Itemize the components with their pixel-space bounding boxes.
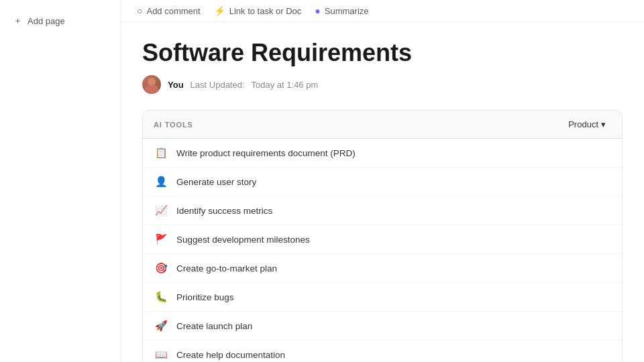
last-updated-prefix: Last Updated: xyxy=(191,80,245,90)
page-content: Software Requirements You Last Updated: … xyxy=(121,22,644,362)
link-to-task-label: Link to task or Doc xyxy=(229,6,302,16)
link-icon: ⚡ xyxy=(214,5,225,16)
tool-icon: 👤 xyxy=(154,174,168,189)
tool-icon: 🎯 xyxy=(154,261,168,276)
chevron-down-icon: ▾ xyxy=(601,119,606,129)
tool-label: Write product requirements document (PRD… xyxy=(176,148,356,158)
comment-icon: ○ xyxy=(137,5,142,16)
ai-tool-item[interactable]: 🚀Create launch plan xyxy=(143,312,622,341)
ai-tools-panel: AI TOOLS Product ▾ 📋Write product requir… xyxy=(142,110,623,362)
tool-label: Create launch plan xyxy=(176,321,252,331)
add-page-icon: ＋ xyxy=(13,15,22,27)
tool-label: Create help documentation xyxy=(176,350,285,360)
summarize-button[interactable]: ● Summarize xyxy=(315,5,368,16)
add-comment-button[interactable]: ○ Add comment xyxy=(137,5,201,16)
main-content: ○ Add comment ⚡ Link to task or Doc ● Su… xyxy=(121,0,644,362)
ai-tool-item[interactable]: 🐛Prioritize bugs xyxy=(143,283,622,312)
last-updated-time: Today at 1:46 pm xyxy=(252,80,319,90)
tool-icon: 📈 xyxy=(154,203,168,218)
tool-icon: 📖 xyxy=(154,347,168,362)
tool-icon: 🚀 xyxy=(154,318,168,333)
ai-tools-section-label: AI TOOLS xyxy=(154,121,193,129)
ai-tool-item[interactable]: 📖Create help documentation xyxy=(143,341,622,362)
ai-tool-item[interactable]: 📈Identify success metrics xyxy=(143,196,622,225)
product-dropdown[interactable]: Product ▾ xyxy=(563,117,611,131)
sidebar: ＋ Add page xyxy=(0,0,121,362)
ai-tool-item[interactable]: 👤Generate user story xyxy=(143,168,622,196)
link-to-task-button[interactable]: ⚡ Link to task or Doc xyxy=(214,5,302,16)
page-meta: You Last Updated: Today at 1:46 pm xyxy=(142,75,623,94)
ai-tools-list: 📋Write product requirements document (PR… xyxy=(143,139,622,362)
page-title: Software Requirements xyxy=(142,38,623,67)
summarize-label: Summarize xyxy=(325,6,369,16)
add-page-button[interactable]: ＋ Add page xyxy=(8,11,112,31)
add-comment-label: Add comment xyxy=(146,6,200,16)
tool-icon: 🚩 xyxy=(154,232,168,247)
tool-label: Create go-to-market plan xyxy=(176,263,277,274)
tool-label: Prioritize bugs xyxy=(176,292,234,302)
add-page-label: Add page xyxy=(28,16,65,26)
toolbar: ○ Add comment ⚡ Link to task or Doc ● Su… xyxy=(121,0,644,22)
ai-tool-item[interactable]: 🎯Create go-to-market plan xyxy=(143,254,622,283)
ai-tools-header: AI TOOLS Product ▾ xyxy=(143,111,622,139)
ai-tool-item[interactable]: 📋Write product requirements document (PR… xyxy=(143,139,622,168)
tool-icon: 🐛 xyxy=(154,290,168,304)
product-dropdown-label: Product xyxy=(568,119,598,129)
tool-icon: 📋 xyxy=(154,145,168,160)
tool-label: Generate user story xyxy=(176,177,256,187)
summarize-icon: ● xyxy=(315,5,320,16)
author-name: You xyxy=(168,80,184,90)
tool-label: Suggest development milestones xyxy=(176,235,310,245)
tool-label: Identify success metrics xyxy=(176,206,272,216)
avatar xyxy=(142,75,161,94)
ai-tool-item[interactable]: 🚩Suggest development milestones xyxy=(143,225,622,254)
